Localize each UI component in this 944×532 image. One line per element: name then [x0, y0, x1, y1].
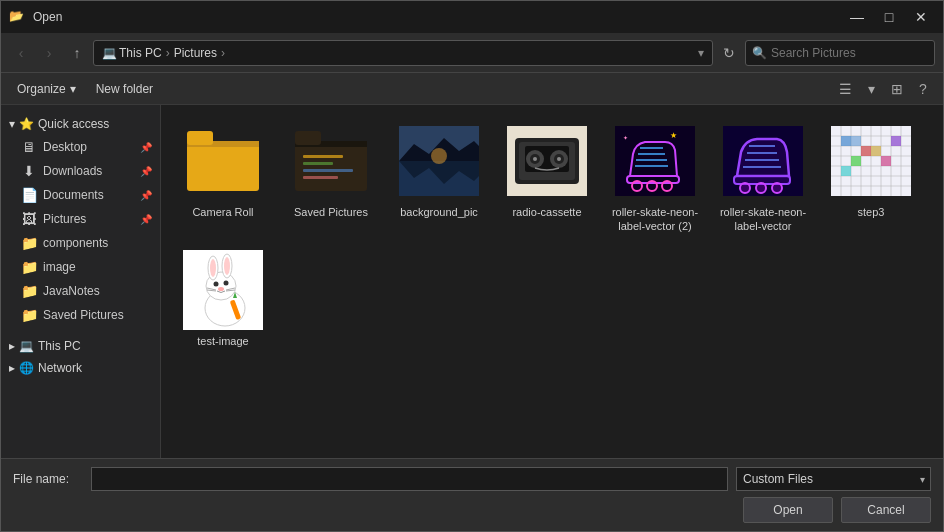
back-button[interactable]: ‹	[9, 41, 33, 65]
sidebar-item-components[interactable]: 📁 components	[1, 231, 160, 255]
file-item-radio-cassette[interactable]: radio-cassette	[497, 117, 597, 238]
close-button[interactable]: ✕	[907, 7, 935, 27]
file-type-wrapper: Custom Files ▾	[736, 467, 931, 491]
this-pc-chevron-icon: ▸	[9, 339, 15, 353]
file-item-saved-pictures[interactable]: Saved Pictures	[281, 117, 381, 238]
refresh-button[interactable]: ↻	[717, 41, 741, 65]
view-chevron-button[interactable]: ▾	[859, 77, 883, 101]
breadcrumb-thispc: This PC	[119, 46, 162, 60]
address-chevron-icon[interactable]: ▾	[698, 46, 704, 60]
breadcrumb-icon: 💻	[102, 46, 117, 60]
network-label: Network	[38, 361, 82, 375]
folder-icon: 📁	[21, 307, 37, 323]
file-name-step3: step3	[858, 205, 885, 219]
file-name-saved-pictures: Saved Pictures	[294, 205, 368, 219]
skate-svg	[723, 126, 803, 196]
new-folder-button[interactable]: New folder	[88, 77, 161, 101]
file-name-roller-skate: roller-skate-neon-label-vector	[717, 205, 809, 234]
address-bar[interactable]: 💻 This PC › Pictures › ▾	[93, 40, 713, 66]
cancel-button[interactable]: Cancel	[841, 497, 931, 523]
svg-point-75	[214, 281, 219, 286]
svg-rect-0	[187, 141, 259, 191]
open-dialog: 📂 Open — □ ✕ ‹ › ↑ 💻 This PC › Pictures …	[0, 0, 944, 532]
svg-rect-5	[295, 131, 321, 145]
quick-access-chevron-icon: ▾	[9, 117, 15, 131]
this-pc-label: This PC	[38, 339, 81, 353]
search-box[interactable]: 🔍	[745, 40, 935, 66]
skate2-svg: ★ ✦	[615, 126, 695, 196]
file-thumb	[831, 121, 911, 201]
svg-rect-8	[303, 169, 353, 172]
file-item-test-image[interactable]: test-image	[173, 246, 273, 352]
svg-point-39	[740, 183, 750, 193]
search-input[interactable]	[771, 46, 928, 60]
file-type-select[interactable]: Custom Files	[736, 467, 931, 491]
svg-rect-67	[891, 136, 901, 146]
help-button[interactable]: ?	[911, 77, 935, 101]
sidebar-quick-access-header[interactable]: ▾ ⭐ Quick access	[1, 113, 160, 135]
file-thumb	[183, 121, 263, 201]
organize-chevron-icon: ▾	[70, 82, 76, 96]
view-details-button[interactable]: ☰	[833, 77, 857, 101]
folder-svg	[187, 131, 259, 191]
svg-rect-66	[841, 166, 851, 176]
file-name-input[interactable]	[91, 467, 728, 491]
svg-rect-7	[303, 162, 333, 165]
sidebar-item-documents-label: Documents	[43, 188, 104, 202]
sidebar-item-saved-pictures[interactable]: 📁 Saved Pictures	[1, 303, 160, 327]
window-controls: — □ ✕	[843, 7, 935, 27]
file-item-camera-roll[interactable]: Camera Roll	[173, 117, 273, 238]
downloads-icon: ⬇	[21, 163, 37, 179]
sidebar-item-javanotes[interactable]: 📁 JavaNotes	[1, 279, 160, 303]
svg-rect-60	[841, 136, 851, 146]
sidebar-this-pc-header[interactable]: ▸ 💻 This PC	[1, 335, 160, 357]
documents-icon: 📄	[21, 187, 37, 203]
folder-icon: 📁	[21, 235, 37, 251]
file-thumb	[507, 121, 587, 201]
svg-point-41	[772, 183, 782, 193]
svg-rect-61	[851, 136, 861, 146]
breadcrumb: 💻 This PC › Pictures ›	[102, 46, 227, 60]
sidebar-item-pictures[interactable]: 🖼 Pictures 📌	[1, 207, 160, 231]
sidebar-item-documents[interactable]: 📄 Documents 📌	[1, 183, 160, 207]
svg-rect-64	[871, 146, 881, 156]
sidebar-item-desktop[interactable]: 🖥 Desktop 📌	[1, 135, 160, 159]
maximize-button[interactable]: □	[875, 7, 903, 27]
file-item-roller-skate[interactable]: roller-skate-neon-label-vector	[713, 117, 813, 238]
svg-rect-65	[881, 156, 891, 166]
sidebar-network-header[interactable]: ▸ 🌐 Network	[1, 357, 160, 379]
svg-rect-62	[861, 146, 871, 156]
organize-button[interactable]: Organize ▾	[9, 77, 84, 101]
file-type-label: Custom Files	[743, 472, 813, 486]
file-grid: Camera Roll Saved Pictures	[161, 105, 943, 458]
sidebar-item-javanotes-label: JavaNotes	[43, 284, 100, 298]
search-icon: 🔍	[752, 46, 767, 60]
forward-button[interactable]: ›	[37, 41, 61, 65]
file-thumb: ★ ✦	[615, 121, 695, 201]
sidebar-item-downloads[interactable]: ⬇ Downloads 📌	[1, 159, 160, 183]
bottom-bar: File name: Custom Files ▾ Open Cancel	[1, 458, 943, 531]
svg-rect-6	[303, 155, 343, 158]
network-icon: 🌐	[19, 361, 34, 375]
open-button[interactable]: Open	[743, 497, 833, 523]
file-item-roller-skate-2[interactable]: ★ ✦ roller-skate-neon-label-vector (2)	[605, 117, 705, 238]
up-button[interactable]: ↑	[65, 41, 89, 65]
file-thumb	[399, 121, 479, 201]
bunny-svg	[183, 250, 263, 330]
file-name-roller-skate-2: roller-skate-neon-label-vector (2)	[609, 205, 701, 234]
folder-icon: 📁	[21, 259, 37, 275]
sidebar-item-image[interactable]: 📁 image	[1, 255, 160, 279]
file-name-radio-cassette: radio-cassette	[512, 205, 581, 219]
file-thumb	[183, 250, 263, 330]
sidebar-item-desktop-label: Desktop	[43, 140, 87, 154]
pin-icon: 📌	[140, 190, 152, 201]
svg-text:✦: ✦	[623, 135, 628, 141]
minimize-button[interactable]: —	[843, 7, 871, 27]
file-item-background-pic[interactable]: background_pic	[389, 117, 489, 238]
svg-point-15	[431, 148, 447, 164]
sidebar-item-savedpictures-label: Saved Pictures	[43, 308, 124, 322]
file-item-step3[interactable]: step3	[821, 117, 921, 238]
view-grid-button[interactable]: ⊞	[885, 77, 909, 101]
grid-svg	[831, 126, 911, 196]
svg-point-76	[224, 280, 229, 285]
